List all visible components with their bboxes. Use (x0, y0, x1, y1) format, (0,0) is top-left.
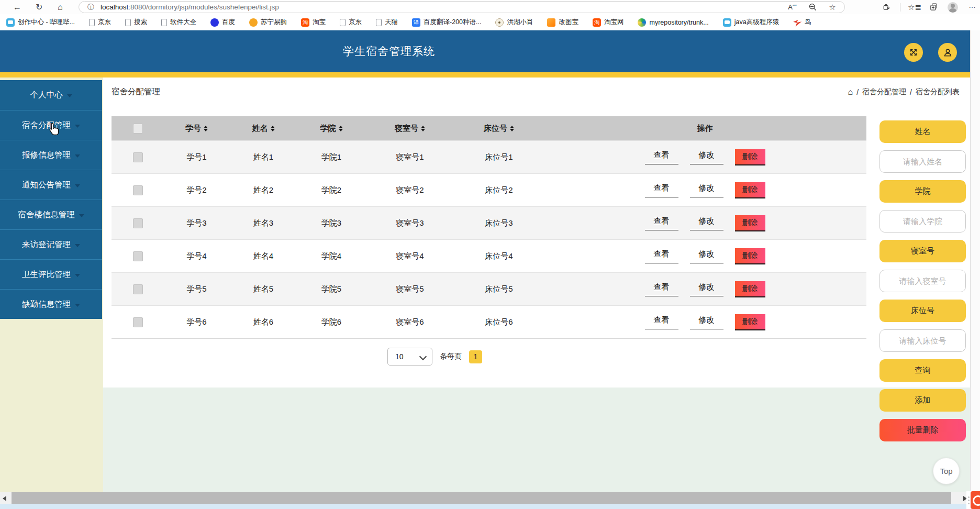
add-button[interactable]: 添加 (879, 389, 966, 412)
bookmark-item[interactable]: 洪湖小肖 (495, 18, 533, 27)
collections-icon[interactable] (929, 3, 938, 12)
bookmark-label: 软件大全 (170, 18, 196, 27)
breadcrumb-item[interactable]: 宿舍分配列表 (916, 87, 960, 97)
row-checkbox[interactable] (133, 317, 143, 327)
bookmark-icon (6, 18, 15, 27)
cell-room: 寝室号3 (365, 218, 454, 228)
row-checkbox[interactable] (133, 185, 143, 195)
sidebar-item-dorm-allocation[interactable]: 宿舍分配管理 (0, 110, 102, 140)
bed-field-button[interactable]: 床位号 (879, 300, 966, 322)
add-favorite-icon[interactable]: ☆ (828, 3, 837, 12)
profile-avatar-icon[interactable] (948, 2, 958, 13)
cell-college: 学院6 (297, 317, 365, 327)
bookmark-item[interactable]: 淘宝网 (593, 18, 624, 27)
breadcrumb-item[interactable]: 宿舍分配管理 (862, 87, 906, 97)
sidebar-item-absence-info[interactable]: 缺勤信息管理 (0, 289, 102, 319)
edit-link[interactable]: 修改 (690, 150, 723, 164)
college-field-button[interactable]: 学院 (879, 180, 966, 203)
extensions-icon[interactable] (881, 3, 890, 12)
fullscreen-button[interactable] (904, 43, 923, 62)
favorites-icon[interactable]: ☆≣ (910, 3, 919, 12)
home-icon[interactable]: ⌂ (58, 1, 63, 14)
bookmark-item[interactable]: 京东 (89, 18, 111, 27)
sidebar-item-hygiene-review[interactable]: 卫生评比管理 (0, 259, 102, 289)
view-link[interactable]: 查看 (645, 315, 678, 329)
bookmark-item[interactable]: 改图宝 (547, 18, 578, 27)
column-header-college[interactable]: 学院 (297, 124, 365, 134)
row-checkbox[interactable] (133, 284, 143, 294)
bed-input[interactable] (879, 329, 966, 352)
view-link[interactable]: 查看 (645, 282, 678, 296)
breadcrumb-home-icon[interactable]: ⌂ (848, 88, 853, 96)
delete-button[interactable]: 删除 (735, 314, 765, 330)
delete-button[interactable]: 删除 (735, 215, 765, 231)
bookmark-item[interactable]: 搜索 (125, 18, 147, 27)
room-field-button[interactable]: 寝室号 (879, 240, 966, 262)
view-link[interactable]: 查看 (645, 249, 678, 263)
select-all-checkbox[interactable] (133, 124, 143, 134)
bookmark-item[interactable]: 京东 (340, 18, 362, 27)
bookmark-item[interactable]: 百度翻译-200种语... (412, 18, 481, 27)
address-bar[interactable]: ⓘ localhost:8080/dormitory/jsp/modules/s… (79, 1, 845, 13)
delete-button[interactable]: 删除 (735, 281, 765, 297)
back-icon[interactable]: ← (13, 1, 21, 14)
row-checkbox[interactable] (133, 152, 143, 162)
delete-button[interactable]: 删除 (735, 149, 765, 165)
college-input[interactable] (879, 210, 966, 233)
view-link[interactable]: 查看 (645, 216, 678, 230)
column-header-bed[interactable]: 床位号 (454, 124, 543, 134)
horizontal-scrollbar[interactable] (0, 492, 980, 504)
bookmark-item[interactable]: 天猫 (376, 18, 398, 27)
profile-button[interactable] (938, 43, 957, 62)
row-checkbox[interactable] (133, 218, 143, 228)
bookmark-item[interactable]: 鸟 (793, 18, 811, 27)
edit-link[interactable]: 修改 (690, 282, 723, 296)
more-menu-icon[interactable]: ⋯ (967, 3, 977, 12)
read-aloud-icon[interactable]: A⁗ (788, 3, 797, 12)
scroll-left-arrow-icon[interactable] (3, 496, 6, 501)
cell-bed: 床位号1 (454, 152, 543, 162)
view-link[interactable]: 查看 (645, 183, 678, 197)
delete-button[interactable]: 删除 (735, 182, 765, 198)
sidebar-item-repair-info[interactable]: 报修信息管理 (0, 140, 102, 170)
bookmark-item[interactable]: myrepository/trunk... (638, 18, 708, 27)
horizontal-scrollbar-thumb[interactable] (12, 492, 951, 504)
page-number-button[interactable]: 1 (469, 350, 482, 363)
bookmark-item[interactable]: java高级程序猿 (723, 18, 779, 27)
bookmark-item[interactable]: 苏宁易购 (249, 18, 287, 27)
table-row: 学号6 姓名6 学院6 寝室号6 床位号6 查看修改删除 (112, 305, 866, 339)
view-link[interactable]: 查看 (645, 150, 678, 164)
column-header-student-id[interactable]: 学号 (164, 124, 229, 134)
sidebar-item-personal-center[interactable]: 个人中心 (0, 80, 102, 110)
sidebar-item-notice[interactable]: 通知公告管理 (0, 170, 102, 200)
refresh-icon[interactable]: ↻ (36, 1, 42, 14)
page-size-select[interactable]: 10 (387, 348, 432, 366)
column-header-room[interactable]: 寝室号 (365, 124, 454, 134)
edit-link[interactable]: 修改 (690, 216, 723, 230)
name-field-button[interactable]: 姓名 (879, 120, 966, 143)
column-label: 姓名 (252, 124, 268, 134)
sidebar-item-dorm-building[interactable]: 宿舍楼信息管理 (0, 200, 102, 229)
delete-button[interactable]: 删除 (735, 248, 765, 264)
name-input[interactable] (879, 150, 966, 173)
vertical-scrollbar[interactable] (970, 30, 980, 504)
room-input[interactable] (879, 270, 966, 292)
zoom-out-icon[interactable] (808, 3, 817, 12)
site-info-icon[interactable]: ⓘ (87, 3, 94, 12)
bookmark-item[interactable]: 淘宝 (301, 18, 326, 27)
bookmark-item[interactable]: 软件大全 (161, 18, 196, 27)
edit-link[interactable]: 修改 (690, 183, 723, 197)
batch-delete-button[interactable]: 批量删除 (879, 419, 966, 441)
bookmark-item[interactable]: 创作中心 - 哔哩哔... (6, 18, 75, 27)
query-button[interactable]: 查询 (879, 359, 966, 382)
floating-widget-icon[interactable] (966, 491, 980, 509)
edit-link[interactable]: 修改 (690, 249, 723, 263)
bookmark-icon (161, 19, 167, 26)
back-to-top-button[interactable]: Top (933, 458, 960, 484)
column-header-name[interactable]: 姓名 (229, 124, 297, 134)
edit-link[interactable]: 修改 (690, 315, 723, 329)
sidebar-item-visitor-register[interactable]: 来访登记管理 (0, 229, 102, 259)
bookmark-item[interactable]: 百度 (210, 18, 235, 27)
row-checkbox[interactable] (133, 251, 143, 261)
bookmark-label: 京东 (349, 18, 362, 27)
